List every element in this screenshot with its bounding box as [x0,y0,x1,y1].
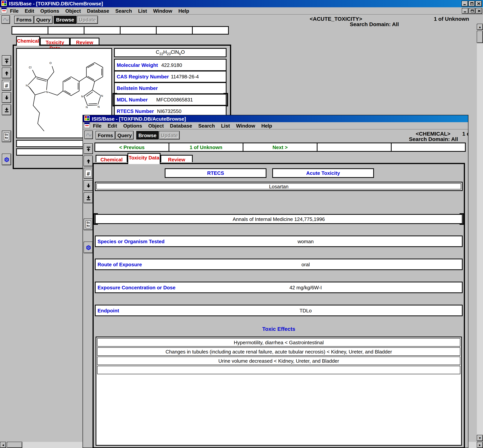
tab-review[interactable]: Review [70,38,100,45]
minimize-button[interactable] [461,1,468,7]
molecular-formula: C22H23ClN6O [156,49,185,56]
formula-field[interactable]: C22H23ClN6O [114,48,226,57]
child-restore-button[interactable] [469,8,475,14]
nav-down-button[interactable] [84,180,93,191]
update-button[interactable]: Update [77,16,98,24]
nav-box-4[interactable] [120,26,157,35]
menu-file[interactable]: File [90,123,105,128]
update-button[interactable]: Update [159,131,180,139]
form-list-toggle-button[interactable]: O≡N≡ [2,131,11,142]
nav-goto-button[interactable]: # [84,168,93,179]
previous-button[interactable]: < Previous [94,143,169,152]
menu-window[interactable]: Window [150,8,175,14]
menu-list[interactable]: List [218,123,233,128]
acutebrowse-window: ISIS/Base - [TOXFIND.DB/AcuteBrowse] Fil… [83,115,468,448]
nav-box-4[interactable] [317,143,392,152]
nav-first-button[interactable] [2,55,11,66]
tab-chemical[interactable]: Chemical [16,36,40,46]
vertical-scroll-thumb[interactable] [477,31,483,43]
tab-chemical[interactable]: Chemical [96,155,127,162]
rtecs-source-box[interactable]: RTECS [165,168,266,178]
field-label: Beilstein Number [117,85,158,91]
menu-options[interactable]: Options [37,8,62,14]
endpoint-field[interactable]: Endpoint TDLo [95,305,463,316]
scroll-down-button[interactable]: ▼ [477,435,483,441]
query-button[interactable]: Query [34,16,53,24]
nav-goto-button[interactable]: # [2,80,11,91]
structure-tool-button[interactable] [85,131,93,139]
menu-help[interactable]: Help [175,8,192,14]
child-close-button[interactable] [476,8,482,14]
structure-tool-button[interactable] [1,15,10,24]
document-icon[interactable] [1,7,7,14]
nav-box-5[interactable] [156,26,193,35]
structure-info-button[interactable] [84,242,93,253]
tab-toxicity-data[interactable]: Toxicity Data [127,153,161,164]
toxic-effects-list[interactable]: Hypermotility, diarrhea < Gastrointestin… [96,336,462,446]
record-position-box[interactable]: 1 of Unknown [169,143,243,152]
menu-object[interactable]: Object [145,123,167,128]
window-title: ISIS/Base - [TOXFIND.DB/ChemBrowse] [9,1,103,7]
menu-edit[interactable]: Edit [105,123,120,128]
nav-last-button[interactable] [84,192,93,203]
chembrowse-menubar: File Edit Options Object Database Search… [0,7,483,15]
acute-toxicity-source-box[interactable]: Acute Toxicity [272,168,374,178]
menu-object[interactable]: Object [62,8,84,14]
forms-button[interactable]: Forms [14,16,34,24]
menu-search[interactable]: Search [112,8,135,14]
menu-file[interactable]: File [7,8,22,14]
nav-box-2[interactable] [48,26,85,35]
horizontal-scroll-thumb[interactable] [7,442,22,448]
browse-button[interactable]: Browse [54,16,76,24]
tab-toxicity-data[interactable]: Toxicity Data [40,38,70,45]
toxic-effects-title: Toxic Effects [95,326,463,332]
search-domain: Search Domain: All [299,21,449,27]
nav-down-button[interactable] [2,92,11,103]
nav-last-button[interactable] [2,104,11,115]
app-icon [1,0,7,7]
menu-search[interactable]: Search [195,123,218,128]
menu-edit[interactable]: Edit [22,8,37,14]
dose-field[interactable]: Exposure Concentration or Dose 42 mg/kg/… [95,282,463,293]
svg-text:N: N [86,106,88,109]
nav-up-button[interactable] [84,156,93,166]
menu-database[interactable]: Database [84,8,112,14]
structure-info-button[interactable] [2,154,11,165]
nav-box-3[interactable] [84,26,121,35]
mdl-number-field[interactable]: MDL Number MFCD00865831 [114,94,226,106]
nav-box-1[interactable] [12,26,48,35]
scroll-right-button[interactable]: ► [477,442,483,448]
scroll-left-button[interactable]: ◄ [0,442,6,448]
menu-help[interactable]: Help [258,123,275,128]
citation-field[interactable]: Annals of Internal Medicine 124,775,1996 [95,214,463,224]
cas-number-field[interactable]: CAS Registry Number 114798-26-4 [114,71,226,83]
species-field[interactable]: Species or Organism Tested woman [95,236,463,247]
menu-options[interactable]: Options [120,123,145,128]
nav-box-5[interactable] [391,143,466,152]
menu-list[interactable]: List [135,8,150,14]
nav-box-6[interactable] [192,26,229,35]
query-button[interactable]: Query [116,131,134,139]
beilstein-number-field[interactable]: Beilstein Number [114,82,226,94]
forms-button[interactable]: Forms [96,131,115,139]
chembrowse-titlebar[interactable]: ISIS/Base - [TOXFIND.DB/ChemBrowse] [0,0,483,7]
next-button[interactable]: Next > [243,143,318,152]
molecular-weight-field[interactable]: Molecular Weight 422.9180 [114,59,226,71]
close-button[interactable] [475,1,482,7]
tab-review[interactable]: Review [161,155,193,162]
scroll-up-button[interactable]: ▲ [477,24,483,30]
nav-up-button[interactable] [2,68,11,78]
restore-button[interactable] [468,1,475,7]
route-field[interactable]: Route of Exposure oral [95,259,463,270]
document-icon[interactable] [84,122,90,129]
acutebrowse-titlebar[interactable]: ISIS/Base - [TOXFIND.DB/AcuteBrowse] [83,115,468,122]
browse-button[interactable]: Browse [136,131,159,139]
compound-name-field[interactable]: Losartan [95,182,463,191]
menu-window[interactable]: Window [233,123,258,128]
field-label: Route of Exposure [98,262,142,267]
vertical-scrollbar[interactable] [477,24,483,441]
menu-database[interactable]: Database [167,123,195,128]
child-minimize-button[interactable] [462,8,468,14]
form-list-toggle-button[interactable]: O≡N≡ [84,219,93,230]
nav-first-button[interactable] [84,143,93,154]
